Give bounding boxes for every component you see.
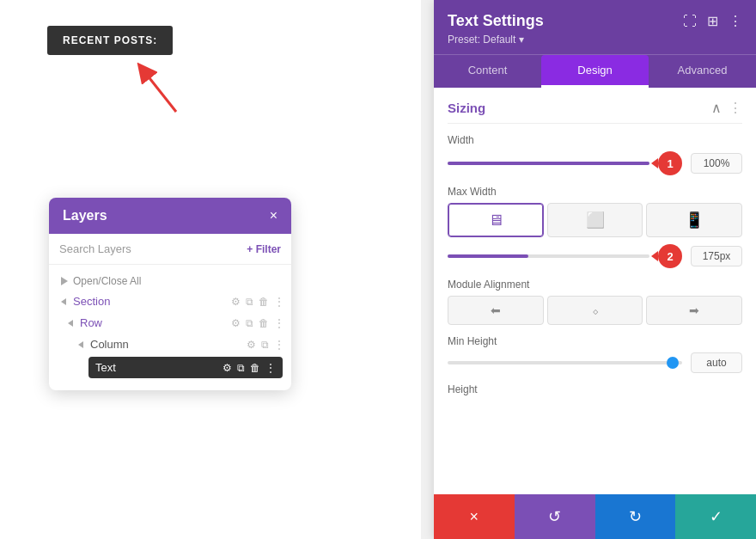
layers-panel: Layers × + Filter Open/Close All Section… bbox=[49, 198, 291, 390]
expand-icon bbox=[61, 277, 68, 285]
section-settings-icon[interactable]: ⚙ bbox=[231, 296, 241, 308]
row-more-icon[interactable]: ⋮ bbox=[274, 317, 284, 329]
text-settings-icon[interactable]: ⚙ bbox=[223, 362, 232, 374]
step-badge-2: 2 bbox=[658, 244, 682, 268]
section-more-icon[interactable]: ⋮ bbox=[274, 296, 284, 308]
desktop-btn[interactable]: 🖥 bbox=[448, 203, 544, 237]
layer-row[interactable]: Row ⚙ ⧉ 🗑 ⋮ bbox=[49, 312, 291, 334]
grid-icon[interactable]: ⊞ bbox=[707, 13, 718, 29]
width-slider-track[interactable] bbox=[448, 162, 649, 165]
section-actions: ⚙ ⧉ 🗑 ⋮ bbox=[231, 296, 284, 308]
max-width-slider-fill bbox=[448, 254, 528, 258]
layers-header: Layers × bbox=[49, 198, 291, 234]
settings-content: Sizing ∧ ⋮ Width 1 Max Width 🖥 bbox=[434, 88, 756, 494]
more-icon[interactable]: ⋮ bbox=[729, 13, 742, 29]
tab-content[interactable]: Content bbox=[434, 55, 541, 88]
max-width-slider-track[interactable] bbox=[448, 254, 649, 258]
width-slider-row: 1 bbox=[448, 151, 742, 175]
min-height-label: Min Height bbox=[448, 335, 742, 347]
undo-button[interactable]: ↺ bbox=[515, 494, 595, 539]
layers-title: Layers bbox=[63, 208, 107, 224]
mobile-icon: 📱 bbox=[685, 211, 704, 230]
text-more-icon[interactable]: ⋮ bbox=[265, 362, 276, 374]
row-settings-icon[interactable]: ⚙ bbox=[231, 317, 241, 329]
text-label: Text bbox=[95, 361, 219, 374]
layers-body: Open/Close All Section ⚙ ⧉ 🗑 ⋮ Row ⚙ bbox=[49, 265, 291, 390]
max-width-slider-row: 2 bbox=[448, 244, 742, 268]
min-height-slider-track[interactable] bbox=[448, 361, 682, 364]
recent-posts-button: RECENT POSTS: bbox=[47, 26, 173, 55]
min-height-thumb bbox=[667, 357, 679, 369]
section-delete-icon[interactable]: 🗑 bbox=[259, 296, 269, 308]
tab-advanced[interactable]: Advanced bbox=[649, 55, 756, 88]
align-center-icon: ⬦ bbox=[592, 303, 599, 317]
settings-preset[interactable]: Preset: Default ▾ bbox=[448, 34, 742, 46]
sizing-section-header: Sizing ∧ ⋮ bbox=[448, 88, 742, 124]
section-header-icons: ∧ ⋮ bbox=[711, 100, 742, 116]
column-duplicate-icon[interactable]: ⧉ bbox=[261, 339, 269, 351]
section-duplicate-icon[interactable]: ⧉ bbox=[246, 296, 253, 308]
settings-tabs: Content Design Advanced bbox=[434, 54, 756, 88]
mobile-btn[interactable]: 📱 bbox=[646, 203, 742, 237]
min-height-value-input[interactable] bbox=[691, 352, 742, 373]
cancel-button[interactable]: × bbox=[434, 494, 515, 539]
row-delete-icon[interactable]: 🗑 bbox=[259, 317, 269, 329]
align-left-icon: ⬅ bbox=[491, 303, 501, 317]
svg-line-0 bbox=[143, 70, 176, 112]
layer-text[interactable]: Text ⚙ ⧉ 🗑 ⋮ bbox=[88, 357, 283, 378]
module-alignment-label: Module Alignment bbox=[448, 279, 742, 291]
max-width-label: Max Width bbox=[448, 186, 742, 198]
row-label: Row bbox=[80, 316, 228, 329]
device-row: 🖥 ⬜ 📱 bbox=[448, 203, 742, 237]
section-collapse-icon[interactable]: ∧ bbox=[711, 100, 722, 116]
step-badge-1: 1 bbox=[658, 151, 682, 175]
settings-header-top: Text Settings ⛶ ⊞ ⋮ bbox=[448, 12, 742, 30]
layers-close-button[interactable]: × bbox=[270, 208, 277, 224]
align-row: ⬅ ⬦ ➡ bbox=[448, 296, 742, 325]
save-button[interactable]: ✓ bbox=[675, 494, 756, 539]
column-more-icon[interactable]: ⋮ bbox=[274, 339, 284, 351]
tablet-icon: ⬜ bbox=[586, 211, 605, 230]
text-duplicate-icon[interactable]: ⧉ bbox=[237, 362, 245, 374]
settings-header: Text Settings ⛶ ⊞ ⋮ Preset: Default ▾ bbox=[434, 0, 756, 54]
canvas-area: RECENT POSTS: Layers × + Filter Open/Cl bbox=[0, 0, 421, 539]
tablet-btn[interactable]: ⬜ bbox=[547, 203, 643, 237]
sizing-section-title: Sizing bbox=[448, 101, 485, 115]
layer-column[interactable]: Column ⚙ ⧉ ⋮ bbox=[49, 334, 291, 355]
fullscreen-icon[interactable]: ⛶ bbox=[683, 14, 697, 29]
filter-button[interactable]: + Filter bbox=[247, 243, 281, 255]
row-caret bbox=[68, 320, 73, 327]
action-bar: × ↺ ↻ ✓ bbox=[434, 494, 756, 539]
desktop-icon: 🖥 bbox=[488, 211, 503, 230]
align-left-btn[interactable]: ⬅ bbox=[448, 296, 544, 325]
layers-search-row: + Filter bbox=[49, 234, 291, 265]
width-slider-fill bbox=[448, 162, 649, 165]
max-width-value-input[interactable] bbox=[691, 246, 742, 266]
open-close-all[interactable]: Open/Close All bbox=[49, 272, 291, 291]
align-right-icon: ➡ bbox=[689, 303, 699, 317]
settings-panel: Text Settings ⛶ ⊞ ⋮ Preset: Default ▾ Co… bbox=[434, 0, 756, 539]
column-label: Column bbox=[90, 338, 243, 351]
tab-design[interactable]: Design bbox=[541, 55, 649, 88]
row-duplicate-icon[interactable]: ⧉ bbox=[246, 317, 253, 329]
section-label: Section bbox=[73, 295, 228, 308]
arrow-indicator bbox=[133, 60, 185, 120]
width-label: Width bbox=[448, 134, 742, 146]
column-caret bbox=[78, 341, 83, 348]
section-caret bbox=[61, 298, 66, 305]
align-center-btn[interactable]: ⬦ bbox=[547, 296, 643, 325]
height-label: Height bbox=[448, 383, 742, 395]
column-settings-icon[interactable]: ⚙ bbox=[247, 339, 256, 351]
header-icons: ⛶ ⊞ ⋮ bbox=[683, 13, 742, 29]
text-delete-icon[interactable]: 🗑 bbox=[250, 362, 260, 374]
column-actions: ⚙ ⧉ ⋮ bbox=[247, 339, 284, 351]
layers-search-input[interactable] bbox=[59, 242, 240, 255]
layer-section[interactable]: Section ⚙ ⧉ 🗑 ⋮ bbox=[49, 291, 291, 312]
text-actions: ⚙ ⧉ 🗑 ⋮ bbox=[223, 362, 276, 374]
min-height-slider-row bbox=[448, 352, 742, 373]
width-value-input[interactable] bbox=[691, 153, 742, 174]
redo-button[interactable]: ↻ bbox=[595, 494, 676, 539]
row-actions: ⚙ ⧉ 🗑 ⋮ bbox=[231, 317, 284, 329]
align-right-btn[interactable]: ➡ bbox=[646, 296, 742, 325]
section-settings-icon[interactable]: ⋮ bbox=[729, 100, 742, 116]
